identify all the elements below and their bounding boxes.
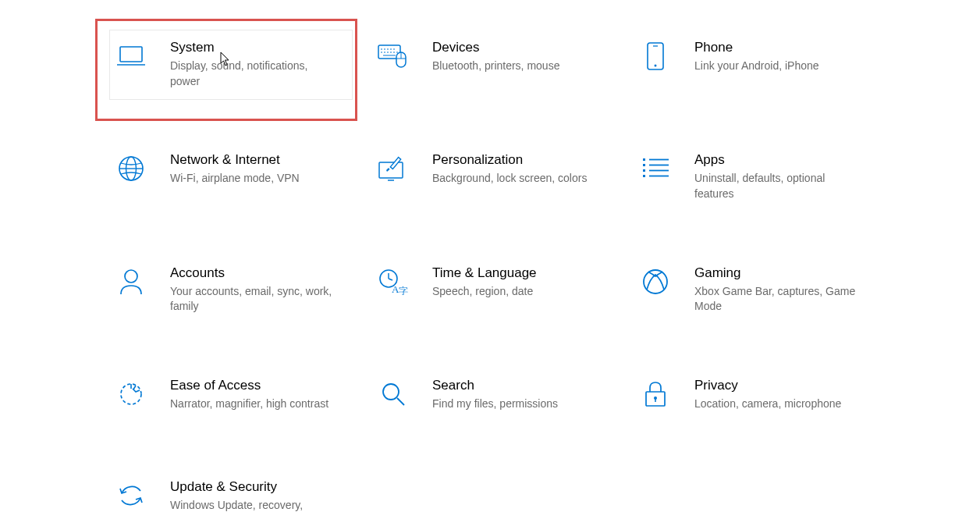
svg-rect-23	[643, 164, 645, 166]
person-icon	[115, 266, 147, 297]
tile-desc: Background, lock screen, colors	[432, 171, 596, 187]
tile-title: Phone	[694, 39, 863, 56]
tile-desc: Wi-Fi, airplane mode, VPN	[170, 171, 334, 187]
tile-devices[interactable]: Devices Bluetooth, printers, mouse	[362, 23, 624, 105]
time-language-icon: A字	[378, 266, 409, 297]
svg-rect-22	[643, 158, 645, 161]
tile-personalization[interactable]: Personalization Background, lock screen,…	[362, 136, 624, 217]
tile-desc: Speech, region, date	[432, 284, 596, 300]
list-icon	[640, 153, 671, 184]
tile-desc: Link your Android, iPhone	[694, 59, 858, 74]
tile-title: Devices	[432, 39, 601, 56]
tile-update-security[interactable]: Update & Security Windows Update, recove…	[100, 463, 362, 512]
tile-network[interactable]: Network & Internet Wi-Fi, airplane mode,…	[100, 136, 362, 217]
tile-phone[interactable]: Phone Link your Android, iPhone	[624, 23, 886, 105]
lock-icon	[640, 379, 671, 410]
tile-desc: Bluetooth, printers, mouse	[432, 59, 596, 74]
svg-rect-24	[643, 169, 645, 172]
tile-desc: Xbox Game Bar, captures, Game Mode	[694, 284, 858, 315]
sync-icon	[115, 480, 147, 511]
svg-rect-21	[390, 158, 400, 169]
phone-icon	[640, 41, 671, 72]
tile-title: Gaming	[694, 265, 863, 282]
tile-gaming[interactable]: Gaming Xbox Game Bar, captures, Game Mod…	[624, 249, 886, 330]
svg-point-15	[655, 65, 657, 67]
xbox-icon	[640, 266, 671, 297]
tile-title: System	[170, 39, 339, 56]
keyboard-mouse-icon	[378, 41, 409, 72]
svg-rect-0	[120, 47, 142, 62]
tile-title: Privacy	[694, 377, 863, 394]
svg-text:字: 字	[399, 286, 408, 295]
tile-desc: Find my files, permissions	[432, 396, 596, 412]
settings-grid: System Display, sound, notifications, po…	[100, 23, 980, 512]
tile-title: Search	[432, 377, 601, 394]
tile-title: Personalization	[432, 151, 601, 169]
tile-desc: Narrator, magnifier, high contrast	[170, 396, 334, 412]
tile-ease-of-access[interactable]: Ease of Access Narrator, magnifier, high…	[100, 361, 362, 432]
svg-point-38	[383, 384, 399, 400]
tile-apps[interactable]: Apps Uninstall, defaults, optional featu…	[624, 136, 886, 217]
svg-rect-25	[643, 175, 645, 177]
tile-title: Time & Language	[432, 265, 601, 282]
tile-search[interactable]: Search Find my files, permissions	[362, 361, 624, 432]
svg-point-36	[644, 270, 667, 293]
tile-desc: Your accounts, email, sync, work, family	[170, 284, 334, 315]
tile-desc: Windows Update, recovery, backup	[170, 498, 334, 512]
tile-time-language[interactable]: A字 Time & Language Speech, region, date	[362, 249, 624, 330]
tile-privacy[interactable]: Privacy Location, camera, microphone	[624, 361, 886, 432]
tile-desc: Uninstall, defaults, optional features	[694, 171, 858, 201]
pen-monitor-icon	[378, 153, 409, 184]
svg-point-30	[125, 270, 137, 283]
tile-desc: Display, sound, notifications, power	[170, 59, 334, 89]
globe-icon	[115, 153, 147, 184]
svg-line-33	[389, 279, 392, 280]
svg-rect-19	[379, 162, 403, 178]
tile-title: Update & Security	[170, 478, 339, 496]
tile-accounts[interactable]: Accounts Your accounts, email, sync, wor…	[100, 249, 362, 330]
laptop-icon	[115, 41, 147, 72]
tile-title: Accounts	[170, 265, 339, 282]
search-icon	[378, 379, 409, 410]
tile-system[interactable]: System Display, sound, notifications, po…	[100, 23, 362, 105]
tile-desc: Location, camera, microphone	[694, 396, 858, 412]
tile-title: Network & Internet	[170, 151, 339, 169]
tile-title: Ease of Access	[170, 377, 339, 394]
svg-line-39	[397, 398, 404, 405]
tile-title: Apps	[694, 151, 863, 169]
ease-of-access-icon	[115, 379, 147, 410]
